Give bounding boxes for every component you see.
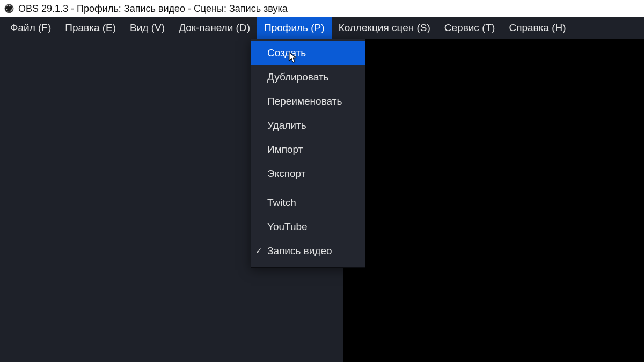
- titlebar: OBS 29.1.3 - Профиль: Запись видео - Сце…: [0, 0, 644, 17]
- menu-help[interactable]: Справка (H): [502, 17, 573, 39]
- profile-dropdown: Создать Дублировать Переименовать Удалит…: [251, 39, 365, 268]
- dd-profile-youtube[interactable]: YouTube: [251, 215, 365, 239]
- dd-profile-twitch[interactable]: Twitch: [251, 190, 365, 215]
- dd-duplicate[interactable]: Дублировать: [251, 65, 365, 89]
- menu-view[interactable]: Вид (V): [123, 17, 172, 39]
- menu-dockpanels[interactable]: Док-панели (D): [172, 17, 257, 39]
- dd-rename[interactable]: Переименовать: [251, 89, 365, 113]
- preview-canvas: [343, 39, 644, 362]
- dd-separator: [255, 188, 361, 188]
- window-title: OBS 29.1.3 - Профиль: Запись видео - Сце…: [18, 3, 288, 14]
- menu-profile[interactable]: Профиль (P): [257, 17, 332, 39]
- menu-edit[interactable]: Правка (E): [58, 17, 123, 39]
- menu-scene-collection[interactable]: Коллекция сцен (S): [332, 17, 437, 39]
- menu-file[interactable]: Файл (F): [3, 17, 58, 39]
- dd-export[interactable]: Экспорт: [251, 161, 365, 186]
- obs-logo-icon: [4, 4, 14, 13]
- menu-service[interactable]: Сервис (T): [437, 17, 502, 39]
- dd-import[interactable]: Импорт: [251, 137, 365, 161]
- menubar: Файл (F) Правка (E) Вид (V) Док-панели (…: [0, 17, 644, 39]
- content-area: Создать Дублировать Переименовать Удалит…: [0, 39, 644, 362]
- dd-delete[interactable]: Удалить: [251, 113, 365, 137]
- check-icon: ✓: [255, 246, 262, 256]
- dd-profile-recording[interactable]: ✓ Запись видео: [251, 239, 365, 263]
- dd-new[interactable]: Создать: [251, 41, 365, 65]
